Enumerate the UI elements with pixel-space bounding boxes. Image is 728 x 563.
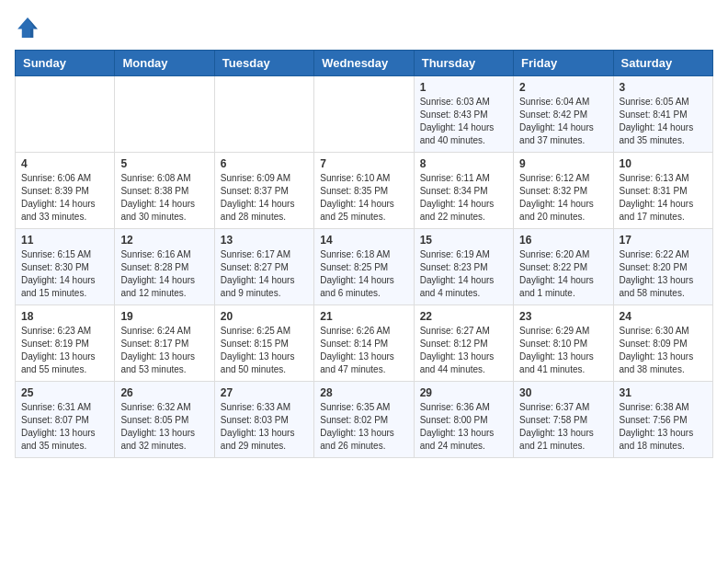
day-number: 7 [320,157,407,170]
day-header-tuesday: Tuesday [214,51,313,76]
calendar-cell: 5Sunrise: 6:08 AM Sunset: 8:38 PM Daylig… [115,153,214,229]
calendar-week-3: 11Sunrise: 6:15 AM Sunset: 8:30 PM Dayli… [16,229,713,305]
cell-text: Sunrise: 6:31 AM Sunset: 8:07 PM Dayligh… [21,401,108,453]
cell-text: Sunrise: 6:19 AM Sunset: 8:23 PM Dayligh… [420,248,507,300]
calendar-cell: 2Sunrise: 6:04 AM Sunset: 8:42 PM Daylig… [514,76,613,153]
calendar-cell: 28Sunrise: 6:35 AM Sunset: 8:02 PM Dayli… [314,382,414,458]
day-number: 18 [21,310,108,323]
day-header-monday: Monday [115,51,214,76]
cell-text: Sunrise: 6:23 AM Sunset: 8:19 PM Dayligh… [21,325,108,376]
calendar-cell: 27Sunrise: 6:33 AM Sunset: 8:03 PM Dayli… [214,382,313,458]
cell-text: Sunrise: 6:38 AM Sunset: 7:56 PM Dayligh… [620,401,707,453]
day-number: 16 [519,234,607,247]
cell-text: Sunrise: 6:10 AM Sunset: 8:35 PM Dayligh… [320,172,407,224]
day-number: 22 [420,310,507,323]
day-header-saturday: Saturday [613,51,712,76]
calendar-cell: 26Sunrise: 6:32 AM Sunset: 8:05 PM Dayli… [115,382,214,458]
calendar-cell: 16Sunrise: 6:20 AM Sunset: 8:22 PM Dayli… [514,229,613,305]
day-number: 11 [21,234,108,247]
calendar-week-1: 1Sunrise: 6:03 AM Sunset: 8:43 PM Daylig… [16,76,713,153]
cell-text: Sunrise: 6:16 AM Sunset: 8:28 PM Dayligh… [120,248,208,300]
day-number: 27 [221,386,308,399]
day-header-friday: Friday [514,51,613,76]
page-header [15,15,713,40]
day-number: 15 [420,234,507,247]
day-number: 30 [519,386,607,399]
calendar-header-row: SundayMondayTuesdayWednesdayThursdayFrid… [16,51,713,76]
day-number: 8 [420,157,507,170]
day-number: 9 [519,157,607,170]
cell-text: Sunrise: 6:22 AM Sunset: 8:20 PM Dayligh… [620,248,707,300]
day-number: 6 [221,157,308,170]
day-number: 21 [320,310,407,323]
calendar-week-2: 4Sunrise: 6:06 AM Sunset: 8:39 PM Daylig… [16,153,713,229]
day-header-wednesday: Wednesday [314,51,414,76]
cell-text: Sunrise: 6:35 AM Sunset: 8:02 PM Dayligh… [320,401,407,453]
calendar-cell: 30Sunrise: 6:37 AM Sunset: 7:58 PM Dayli… [514,382,613,458]
calendar-week-4: 18Sunrise: 6:23 AM Sunset: 8:19 PM Dayli… [16,305,713,382]
day-number: 12 [120,234,208,247]
calendar-cell: 17Sunrise: 6:22 AM Sunset: 8:20 PM Dayli… [613,229,712,305]
day-number: 4 [21,157,108,170]
calendar-table: SundayMondayTuesdayWednesdayThursdayFrid… [15,50,713,458]
cell-text: Sunrise: 6:20 AM Sunset: 8:22 PM Dayligh… [519,248,607,300]
cell-text: Sunrise: 6:11 AM Sunset: 8:34 PM Dayligh… [420,172,507,224]
day-number: 29 [420,386,507,399]
cell-text: Sunrise: 6:13 AM Sunset: 8:31 PM Dayligh… [620,172,707,224]
day-header-sunday: Sunday [16,51,115,76]
cell-text: Sunrise: 6:05 AM Sunset: 8:41 PM Dayligh… [620,96,707,147]
calendar-cell: 12Sunrise: 6:16 AM Sunset: 8:28 PM Dayli… [115,229,214,305]
day-number: 28 [320,386,407,399]
cell-text: Sunrise: 6:30 AM Sunset: 8:09 PM Dayligh… [620,325,707,376]
calendar-cell [314,76,414,153]
cell-text: Sunrise: 6:26 AM Sunset: 8:14 PM Dayligh… [320,325,407,376]
day-number: 31 [620,386,707,399]
cell-text: Sunrise: 6:25 AM Sunset: 8:15 PM Dayligh… [221,325,308,376]
calendar-cell: 18Sunrise: 6:23 AM Sunset: 8:19 PM Dayli… [16,305,115,382]
cell-text: Sunrise: 6:36 AM Sunset: 8:00 PM Dayligh… [420,401,507,453]
calendar-cell: 19Sunrise: 6:24 AM Sunset: 8:17 PM Dayli… [115,305,214,382]
calendar-cell: 15Sunrise: 6:19 AM Sunset: 8:23 PM Dayli… [414,229,513,305]
calendar-cell: 14Sunrise: 6:18 AM Sunset: 8:25 PM Dayli… [314,229,414,305]
calendar-cell: 3Sunrise: 6:05 AM Sunset: 8:41 PM Daylig… [613,76,712,153]
cell-text: Sunrise: 6:29 AM Sunset: 8:10 PM Dayligh… [519,325,607,376]
day-number: 17 [620,234,707,247]
calendar-cell: 4Sunrise: 6:06 AM Sunset: 8:39 PM Daylig… [16,153,115,229]
cell-text: Sunrise: 6:09 AM Sunset: 8:37 PM Dayligh… [221,172,308,224]
logo-icon [15,15,40,40]
day-header-thursday: Thursday [414,51,513,76]
calendar-cell: 21Sunrise: 6:26 AM Sunset: 8:14 PM Dayli… [314,305,414,382]
day-number: 13 [221,234,308,247]
cell-text: Sunrise: 6:24 AM Sunset: 8:17 PM Dayligh… [120,325,208,376]
cell-text: Sunrise: 6:32 AM Sunset: 8:05 PM Dayligh… [120,401,208,453]
day-number: 2 [519,81,607,94]
calendar-cell: 11Sunrise: 6:15 AM Sunset: 8:30 PM Dayli… [16,229,115,305]
calendar-cell: 20Sunrise: 6:25 AM Sunset: 8:15 PM Dayli… [214,305,313,382]
calendar-cell: 1Sunrise: 6:03 AM Sunset: 8:43 PM Daylig… [414,76,513,153]
cell-text: Sunrise: 6:18 AM Sunset: 8:25 PM Dayligh… [320,248,407,300]
cell-text: Sunrise: 6:27 AM Sunset: 8:12 PM Dayligh… [420,325,507,376]
day-number: 20 [221,310,308,323]
calendar-cell: 8Sunrise: 6:11 AM Sunset: 8:34 PM Daylig… [414,153,513,229]
calendar-week-5: 25Sunrise: 6:31 AM Sunset: 8:07 PM Dayli… [16,382,713,458]
day-number: 14 [320,234,407,247]
cell-text: Sunrise: 6:06 AM Sunset: 8:39 PM Dayligh… [21,172,108,224]
day-number: 19 [120,310,208,323]
day-number: 24 [620,310,707,323]
day-number: 25 [21,386,108,399]
calendar-cell: 29Sunrise: 6:36 AM Sunset: 8:00 PM Dayli… [414,382,513,458]
day-number: 23 [519,310,607,323]
day-number: 1 [420,81,507,94]
calendar-cell: 23Sunrise: 6:29 AM Sunset: 8:10 PM Dayli… [514,305,613,382]
calendar-cell: 22Sunrise: 6:27 AM Sunset: 8:12 PM Dayli… [414,305,513,382]
calendar-cell: 13Sunrise: 6:17 AM Sunset: 8:27 PM Dayli… [214,229,313,305]
calendar-cell: 24Sunrise: 6:30 AM Sunset: 8:09 PM Dayli… [613,305,712,382]
calendar-cell: 9Sunrise: 6:12 AM Sunset: 8:32 PM Daylig… [514,153,613,229]
cell-text: Sunrise: 6:08 AM Sunset: 8:38 PM Dayligh… [120,172,208,224]
cell-text: Sunrise: 6:04 AM Sunset: 8:42 PM Dayligh… [519,96,607,147]
cell-text: Sunrise: 6:37 AM Sunset: 7:58 PM Dayligh… [519,401,607,453]
day-number: 10 [620,157,707,170]
calendar-cell: 10Sunrise: 6:13 AM Sunset: 8:31 PM Dayli… [613,153,712,229]
day-number: 26 [120,386,208,399]
calendar-cell [16,76,115,153]
